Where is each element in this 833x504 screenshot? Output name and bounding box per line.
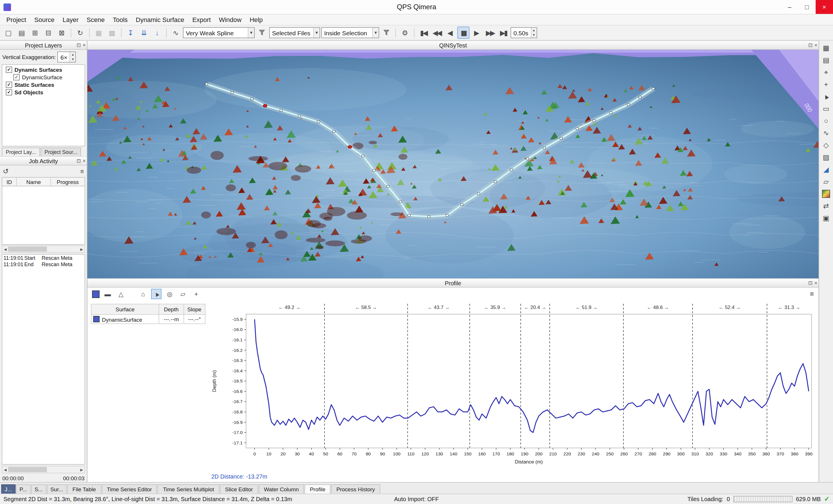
- spinner-arrows-icon[interactable]: ▲▼: [530, 28, 536, 38]
- column-header-id[interactable]: ID: [2, 178, 17, 186]
- colormap-icon[interactable]: [821, 189, 831, 198]
- orient-cube-icon[interactable]: ▣: [821, 214, 831, 222]
- select-cursor-icon[interactable]: ▲: [821, 92, 831, 101]
- scroll-left-icon[interactable]: ◀: [2, 467, 8, 472]
- tide-strategy-button[interactable]: ⇊: [138, 27, 150, 39]
- close-panel-icon[interactable]: ×: [82, 42, 86, 48]
- log-entry[interactable]: 11:19:01EndRescan Meta: [2, 261, 85, 267]
- scrollbar-thumb[interactable]: [8, 246, 47, 252]
- series-color-swatch[interactable]: [92, 290, 100, 298]
- job-table-body[interactable]: [2, 186, 85, 245]
- fast-forward-button[interactable]: ▶▶: [484, 27, 496, 39]
- polygon-select-icon[interactable]: ◇: [821, 141, 831, 149]
- measure-mode-button[interactable]: ▱: [178, 289, 188, 299]
- close-panel-icon[interactable]: ×: [82, 158, 86, 164]
- close-panel-icon[interactable]: ×: [814, 280, 817, 286]
- fast-rewind-button[interactable]: ◀◀: [431, 27, 443, 39]
- spinner-arrows-icon[interactable]: ▲▼: [70, 52, 75, 62]
- pick-point-button[interactable]: +: [191, 289, 201, 299]
- scene-3d-view[interactable]: 000: [88, 50, 818, 278]
- minimize-button[interactable]: –: [781, 0, 798, 14]
- tab-profile[interactable]: Profile: [305, 484, 331, 494]
- home-view-button[interactable]: ⌂: [138, 289, 148, 299]
- profile-menu-button[interactable]: ≡: [810, 290, 814, 298]
- menu-help[interactable]: Help: [245, 16, 267, 24]
- play-interval-spinner[interactable]: 0.50s▲▼: [510, 27, 537, 38]
- skip-first-button[interactable]: ▮◀: [418, 27, 430, 39]
- selection-mode-select[interactable]: Inside Selection▾: [321, 27, 379, 38]
- filter-funnel-icon[interactable]: [256, 27, 268, 39]
- tab-time-series-editor[interactable]: Time Series Editor: [102, 484, 157, 494]
- refresh-project-button[interactable]: ↻: [74, 27, 86, 39]
- processing-settings-button[interactable]: ⚙: [399, 27, 411, 39]
- scrollbar-thumb[interactable]: [8, 467, 47, 472]
- log-entry[interactable]: 11:19:01StartRescan Meta: [2, 255, 85, 261]
- dock-tab-s[interactable]: S...: [31, 484, 46, 494]
- add-raw-sonar-button[interactable]: ⊞: [29, 27, 41, 39]
- dock-tab-p[interactable]: P...: [16, 484, 30, 494]
- vertical-exaggeration-spinner[interactable]: 6× ▲▼: [57, 51, 76, 63]
- close-panel-icon[interactable]: ×: [814, 42, 817, 48]
- menu-tools[interactable]: Tools: [109, 16, 132, 24]
- horizontal-scrollbar[interactable]: ◀ ▶: [2, 245, 85, 253]
- float-panel-icon[interactable]: ⊡: [76, 158, 81, 164]
- slope-marker-toggle-icon[interactable]: △: [116, 289, 126, 299]
- menu-project[interactable]: Project: [2, 16, 30, 24]
- scroll-right-icon[interactable]: ▶: [79, 247, 85, 251]
- dock-tab-project-lay[interactable]: Project Lay...: [2, 148, 40, 156]
- scrollbar-track[interactable]: [8, 246, 79, 252]
- grid-icon[interactable]: ▦: [821, 43, 831, 52]
- close-button[interactable]: ×: [816, 0, 833, 14]
- checkbox-icon[interactable]: ✓: [13, 74, 20, 80]
- layer-tree-item-dynamic-surfaces[interactable]: ✓Dynamic Surfaces: [2, 66, 85, 73]
- ellipse-select-icon[interactable]: ○: [821, 116, 831, 125]
- float-panel-icon[interactable]: ⊡: [76, 42, 81, 48]
- scrollbar-track[interactable]: [8, 466, 79, 473]
- tab-file-table[interactable]: File Table: [67, 484, 101, 494]
- column-header-progress[interactable]: Progress: [51, 178, 85, 186]
- dock-tab-j[interactable]: J...: [1, 484, 15, 494]
- layer-stack-icon[interactable]: ▤: [821, 55, 831, 64]
- dock-tab-sur[interactable]: Sur...: [47, 484, 67, 494]
- spline-filter-icon[interactable]: ∿: [170, 27, 182, 39]
- flip-view-icon[interactable]: ⇄: [821, 201, 831, 210]
- pause-button[interactable]: ▮▮: [457, 27, 470, 39]
- menu-dynamic-surface[interactable]: Dynamic Surface: [132, 16, 188, 24]
- scroll-left-icon[interactable]: ◀: [2, 247, 8, 251]
- job-log-list[interactable]: 11:19:01StartRescan Meta11:19:01EndResca…: [2, 254, 85, 465]
- filter-cursor-icon[interactable]: [380, 27, 392, 39]
- layer-tree-item-sd-objects[interactable]: ✓Sd Objects: [2, 89, 85, 96]
- eraser-icon[interactable]: ▨: [821, 153, 831, 162]
- float-panel-icon[interactable]: ⊡: [808, 42, 812, 48]
- import-surface-button[interactable]: ⊠: [55, 27, 68, 39]
- float-panel-icon[interactable]: ⊡: [808, 280, 812, 286]
- checkbox-icon[interactable]: ✓: [6, 81, 12, 88]
- tab-slice-editor[interactable]: Slice Editor: [220, 484, 258, 494]
- measure-tool-icon[interactable]: ▱: [821, 177, 831, 186]
- profile-chart-area[interactable]: ← 49.2 →← 58.5 →← 43.7 →← 35.9 →← 20.4 →…: [209, 300, 818, 482]
- menu-window[interactable]: Window: [215, 16, 245, 24]
- layer-tree-item-static-surfaces[interactable]: ✓Static Surfaces: [2, 81, 85, 89]
- rect-select-icon[interactable]: ▭: [821, 104, 831, 113]
- open-project-button[interactable]: ▤: [16, 27, 28, 39]
- maximize-button[interactable]: □: [798, 0, 816, 14]
- add-processed-points-button[interactable]: ⊟: [42, 27, 54, 39]
- horizontal-scrollbar[interactable]: ◀ ▶: [2, 466, 85, 473]
- tab-water-column[interactable]: Water Column: [259, 484, 304, 494]
- step-back-button[interactable]: ◀: [444, 27, 456, 39]
- column-header-name[interactable]: Name: [17, 178, 51, 186]
- magnet-pick-icon[interactable]: +: [821, 80, 831, 89]
- menu-layer[interactable]: Layer: [58, 16, 82, 24]
- spline-strength-select[interactable]: Very Weak Spline▾: [183, 27, 255, 38]
- legend-row[interactable]: DynamicSurface---.--m---.--°: [91, 314, 205, 324]
- dock-tab-project-sour[interactable]: Project Sour...: [41, 148, 81, 156]
- filter-scope-select[interactable]: Selected Files▾: [269, 27, 320, 38]
- layer-tree-item-dynamicsurface[interactable]: ✓DynamicSurface: [2, 73, 85, 81]
- scroll-right-icon[interactable]: ▶: [79, 467, 85, 472]
- play-button[interactable]: ▶: [471, 27, 483, 39]
- checkbox-icon[interactable]: ✓: [6, 67, 12, 73]
- job-report-icon[interactable]: ≡: [80, 168, 84, 175]
- tab-time-series-multiplot[interactable]: Time Series Multiplot: [158, 484, 219, 494]
- sound-velocity-button[interactable]: ↧: [124, 27, 137, 39]
- lasso-select-icon[interactable]: ∿: [821, 128, 831, 137]
